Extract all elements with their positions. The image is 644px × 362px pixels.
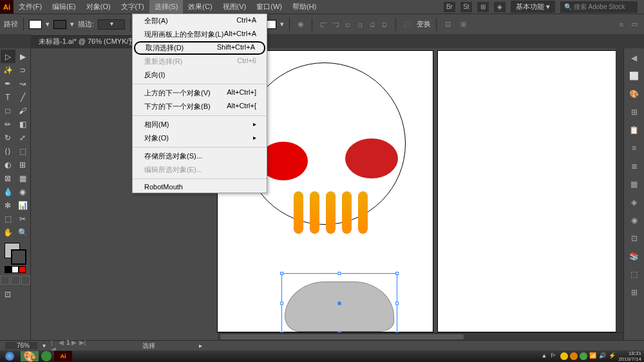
menu-select[interactable]: 选择(S) <box>149 0 184 14</box>
zoom-tool[interactable]: 🔍 <box>15 225 30 239</box>
eyedropper-tool[interactable]: 💧 <box>1 185 15 198</box>
properties-panel-icon[interactable]: ⬜ <box>627 69 641 83</box>
recolor-icon[interactable]: ◉ <box>295 19 307 30</box>
menu-effect[interactable]: 效果(C) <box>183 0 217 14</box>
task-ai-icon[interactable]: Ai <box>54 351 72 361</box>
paintbrush-tool[interactable]: 🖌 <box>15 104 30 117</box>
scrollbar-horizontal[interactable] <box>218 332 623 340</box>
pref-icon[interactable]: ≡ <box>616 19 627 30</box>
menu-select-all[interactable]: 全部(A)Ctrl+A <box>133 14 267 28</box>
tray-icon-2[interactable] <box>570 352 578 360</box>
skull-tooth[interactable] <box>310 191 319 234</box>
lasso-tool[interactable]: ⊃ <box>15 63 30 77</box>
menu-deselect[interactable]: 取消选择(D)Shift+Ctrl+A <box>134 41 265 55</box>
graphic-styles-panel-icon[interactable]: ⊡ <box>627 231 641 245</box>
layers-panel-icon[interactable]: 📚 <box>627 249 641 263</box>
stock-icon[interactable]: St <box>460 2 472 12</box>
fill-control[interactable] <box>29 20 42 29</box>
align-left-icon[interactable]: ⫍ <box>317 19 329 30</box>
screen-mode[interactable]: ⊡ <box>1 287 15 301</box>
menu-help[interactable]: 帮助(H) <box>287 0 321 14</box>
panel-icon[interactable]: ▭ <box>629 19 640 30</box>
sel-handle-e[interactable] <box>395 302 399 305</box>
sel-handle-w[interactable] <box>280 302 283 305</box>
menu-all-on-artboard[interactable]: 现用画板上的全部对象(L)Alt+Ctrl+A <box>133 28 267 41</box>
stroke-weight[interactable]: ▾ <box>98 19 125 30</box>
tray-icon-3[interactable] <box>580 352 587 360</box>
canvas[interactable] <box>31 48 623 340</box>
align-bottom-icon[interactable]: ⫒ <box>379 19 390 30</box>
color-black[interactable] <box>5 266 12 273</box>
mesh-tool[interactable]: ⊠ <box>1 171 15 185</box>
selection-tool[interactable]: ▷ <box>1 50 15 63</box>
stroke-panel-icon[interactable]: ≣ <box>627 159 641 173</box>
isolate-icon[interactable]: ⊡ <box>442 19 453 30</box>
color-panel-icon[interactable]: 🎨 <box>627 87 641 101</box>
symbols-panel-icon[interactable]: ≡ <box>627 141 641 155</box>
tray-battery-icon[interactable]: ⚡ <box>609 352 616 360</box>
align-top-icon[interactable]: ⫏ <box>354 19 366 30</box>
perspective-tool[interactable]: ⊞ <box>15 158 30 171</box>
menu-inverse[interactable]: 反向(I) <box>133 68 267 82</box>
menu-edit[interactable]: 编辑(E) <box>47 0 81 14</box>
draw-normal[interactable] <box>1 276 10 285</box>
graph-tool[interactable]: 📊 <box>15 198 30 212</box>
scroll-thumb[interactable] <box>220 334 464 339</box>
draw-inside[interactable] <box>21 276 30 285</box>
curvature-tool[interactable]: ↝ <box>15 77 30 90</box>
symbol-sprayer-tool[interactable]: ✻ <box>1 198 15 212</box>
workspace-switcher[interactable]: 基本功能 ▾ <box>511 1 555 13</box>
tray-action-icon[interactable]: 🏳 <box>551 352 558 360</box>
free-transform-tool[interactable]: ⬚ <box>15 144 30 158</box>
bridge-icon[interactable]: Br <box>444 2 455 12</box>
menu-robotmouth[interactable]: RobotMouth <box>133 181 267 193</box>
start-button[interactable] <box>0 350 19 362</box>
menu-next-below[interactable]: 下方的下一个对象(B)Alt+Ctrl+[ <box>133 100 267 113</box>
selection-bounding-box[interactable] <box>281 273 397 334</box>
gradient-panel-icon[interactable]: ▦ <box>627 177 641 191</box>
scale-tool[interactable]: ⤢ <box>15 131 30 144</box>
tray-volume-icon[interactable]: 🔊 <box>599 352 607 360</box>
menu-file[interactable]: 文件(F) <box>14 0 47 14</box>
skull-eye-right[interactable] <box>345 138 398 178</box>
scrollbar-vertical[interactable] <box>616 48 623 332</box>
width-tool[interactable]: ⟨⟩ <box>1 144 15 158</box>
search-input[interactable]: 🔍 搜索 Adobe Stock <box>560 1 638 13</box>
asset-export-panel-icon[interactable]: ⬚ <box>627 267 641 281</box>
eraser-tool[interactable]: ◧ <box>15 117 30 131</box>
type-tool[interactable]: T <box>1 90 15 104</box>
artboards-panel-icon[interactable]: ⊞ <box>627 285 641 300</box>
menu-view[interactable]: 视图(V) <box>218 0 252 14</box>
tray-icon-1[interactable] <box>560 352 568 360</box>
edit-icon[interactable]: ⊞ <box>457 19 469 30</box>
arrange-icon[interactable]: ⊞ <box>477 2 489 12</box>
menu-reselect[interactable]: 重新选择(R)Ctrl+6 <box>133 55 267 68</box>
direct-selection-tool[interactable]: ▶ <box>15 50 30 63</box>
menu-edit-selection[interactable]: 编辑所选对象(E)... <box>133 163 267 176</box>
hand-tool[interactable]: ✋ <box>1 225 15 239</box>
align-hcenter-icon[interactable]: ⫎ <box>330 19 341 30</box>
sel-handle-n[interactable] <box>338 272 341 275</box>
line-tool[interactable]: ╱ <box>15 90 30 104</box>
zoom-level[interactable]: 76% <box>5 342 37 349</box>
magic-wand-tool[interactable]: ✨ <box>1 63 15 77</box>
shape-icon[interactable]: ⬚ <box>401 19 413 30</box>
menu-window[interactable]: 窗口(W) <box>251 0 287 14</box>
system-clock[interactable]: 18:31 2018/7/14 <box>618 350 641 362</box>
shaper-tool[interactable]: ✏ <box>1 117 15 131</box>
shape-builder-tool[interactable]: ◐ <box>1 158 15 171</box>
stroke-control[interactable] <box>53 20 66 29</box>
stroke-swatch[interactable] <box>11 249 26 265</box>
menu-same[interactable]: 相同(M) <box>133 118 267 131</box>
skull-tooth[interactable] <box>342 191 352 234</box>
sel-handle-ne[interactable] <box>395 272 399 275</box>
gpu-icon[interactable]: ◈ <box>494 2 506 12</box>
align-vcenter-icon[interactable]: ⫑ <box>366 19 378 30</box>
skull-tooth[interactable] <box>358 191 368 234</box>
draw-behind[interactable] <box>11 276 20 285</box>
slice-tool[interactable]: ✂ <box>15 212 30 225</box>
menu-text[interactable]: 文字(T) <box>116 0 149 14</box>
task-icon-1[interactable]: 🎨 <box>21 351 39 361</box>
menu-save-selection[interactable]: 存储所选对象(S)... <box>133 149 267 163</box>
rectangle-tool[interactable]: □ <box>1 104 15 117</box>
